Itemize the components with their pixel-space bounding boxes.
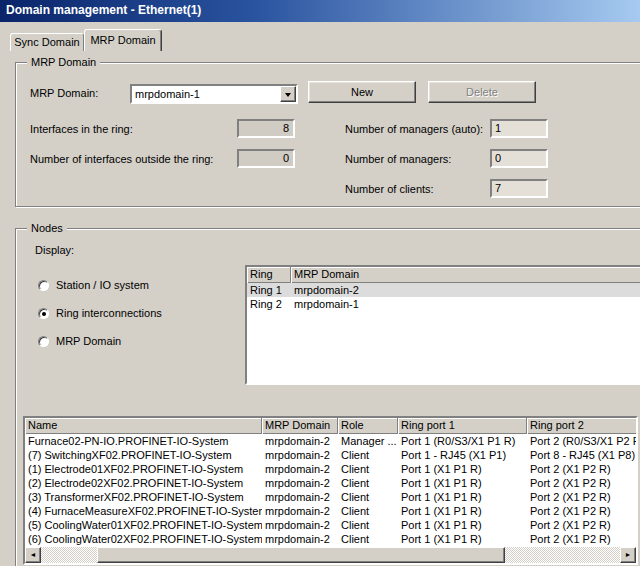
table-row[interactable]: (6) CoolingWater02XF02.PROFINET-IO-Syste… — [25, 532, 636, 546]
radio-label: Ring interconnections — [56, 307, 162, 320]
scroll-left-icon[interactable]: ◄ — [25, 547, 41, 563]
cell-name: (7) SwitchingXF02.PROFINET-IO-System — [25, 448, 262, 462]
cell-ring-port-1: Port 1 - RJ45 (X1 P1) — [398, 448, 527, 462]
interfaces-outside-ring-value: 0 — [283, 152, 289, 164]
ring-list[interactable]: RingMRP Domain Ring 1mrpdomain-2Ring 2mr… — [245, 265, 640, 385]
cell-role: Client — [338, 490, 398, 504]
table-row[interactable]: Ring 1mrpdomain-2 — [247, 283, 640, 297]
group-title: Nodes — [27, 222, 67, 235]
table-row[interactable]: (1) Electrode01XF02.PROFINET-IO-Systemmr… — [25, 462, 636, 476]
display-label: Display: — [35, 244, 74, 257]
cell-name: (1) Electrode01XF02.PROFINET-IO-System — [25, 462, 262, 476]
cell-ring: Ring 1 — [247, 283, 291, 297]
table-row[interactable]: (4) FurnaceMeasureXF02.PROFINET-IO-Syste… — [25, 504, 636, 518]
cell-role: Client — [338, 504, 398, 518]
clients-field: 7 — [490, 179, 548, 198]
scrollbar-thumb[interactable] — [97, 547, 505, 563]
domain-management-window: Domain management - Ethernet(1) Sync Dom… — [0, 0, 640, 566]
mrp-domain-selected-value: mrpdomain-1 — [135, 87, 200, 101]
titlebar[interactable]: Domain management - Ethernet(1) — [0, 0, 640, 22]
nodes-table[interactable]: NameMRP DomainRoleRing port 1Ring port 2… — [23, 416, 638, 565]
table-row[interactable]: (7) SwitchingXF02.PROFINET-IO-Systemmrpd… — [25, 448, 636, 462]
cell-mrp-domain: mrpdomain-2 — [291, 283, 640, 297]
cell-ring-port-2: Port 2 (R0/S3/X1 P2 R) — [527, 434, 636, 448]
cell-ring-port-2: Port 2 (X1 P2 R) — [527, 476, 636, 490]
managers-auto-field: 1 — [490, 119, 548, 138]
ring-list-header: RingMRP Domain — [247, 267, 640, 283]
column-header-name[interactable]: Name — [25, 418, 262, 434]
radio-ring-interconnections[interactable]: Ring interconnections — [38, 307, 162, 321]
ring-list-body: Ring 1mrpdomain-2Ring 2mrpdomain-1 — [247, 283, 640, 311]
column-header-ring-port-1[interactable]: Ring port 1 — [398, 418, 527, 434]
managers-label: Number of managers: — [345, 153, 451, 166]
column-header-ring-port-2[interactable]: Ring port 2 — [527, 418, 636, 434]
cell-name: (6) CoolingWater02XF02.PROFINET-IO-Syste… — [25, 532, 262, 546]
scroll-right-icon[interactable]: ► — [620, 547, 636, 563]
cell-mrp-domain: mrpdomain-2 — [262, 518, 338, 532]
radio-mrp-domain[interactable]: MRP Domain — [38, 335, 121, 349]
cell-mrp-domain: mrpdomain-2 — [262, 476, 338, 490]
table-row[interactable]: (5) CoolingWater01XF02.PROFINET-IO-Syste… — [25, 518, 636, 532]
new-button[interactable]: New — [308, 81, 416, 103]
cell-role: Client — [338, 462, 398, 476]
interfaces-in-ring-value: 8 — [283, 122, 289, 134]
cell-role: Client — [338, 448, 398, 462]
cell-mrp-domain: mrpdomain-2 — [262, 490, 338, 504]
column-header-mrp-domain[interactable]: MRP Domain — [291, 267, 640, 283]
table-row[interactable]: Ring 2mrpdomain-1 — [247, 297, 640, 311]
cell-ring-port-1: Port 1 (X1 P1 R) — [398, 490, 527, 504]
column-header-ring[interactable]: Ring — [247, 267, 291, 283]
cell-role: Client — [338, 532, 398, 546]
cell-mrp-domain: mrpdomain-2 — [262, 504, 338, 518]
nodes-table-body: Furnace02-PN-IO.PROFINET-IO-Systemmrpdom… — [25, 434, 636, 546]
radio-icon[interactable] — [38, 280, 49, 291]
interfaces-outside-ring-label: Number of interfaces outside the ring: — [30, 153, 213, 166]
cell-mrp-domain: mrpdomain-2 — [262, 462, 338, 476]
column-header-role[interactable]: Role — [338, 418, 398, 434]
mrp-domain-select[interactable]: mrpdomain-1 — [130, 84, 298, 104]
cell-ring-port-2: Port 2 (X1 P2 R) — [527, 504, 636, 518]
horizontal-scrollbar[interactable]: ◄ ► — [25, 547, 636, 563]
cell-role: Client — [338, 476, 398, 490]
cell-mrp-domain: mrpdomain-2 — [262, 448, 338, 462]
radio-station-io-system[interactable]: Station / IO system — [38, 279, 149, 293]
cell-ring-port-1: Port 1 (X1 P1 R) — [398, 518, 527, 532]
managers-field: 0 — [490, 149, 548, 168]
nodes-table-header: NameMRP DomainRoleRing port 1Ring port 2 — [25, 418, 636, 434]
window-title: Domain management - Ethernet(1) — [6, 3, 201, 17]
clients-value: 7 — [495, 182, 501, 194]
managers-auto-value: 1 — [495, 122, 501, 134]
table-row[interactable]: (2) Electrode02XF02.PROFINET-IO-Systemmr… — [25, 476, 636, 490]
chevron-down-icon[interactable] — [280, 86, 296, 102]
radio-icon[interactable] — [38, 336, 49, 347]
cell-name: (2) Electrode02XF02.PROFINET-IO-System — [25, 476, 262, 490]
cell-ring-port-2: Port 8 - RJ45 (X1 P8) — [527, 448, 636, 462]
interfaces-in-ring-field: 8 — [237, 119, 295, 138]
table-row[interactable]: Furnace02-PN-IO.PROFINET-IO-Systemmrpdom… — [25, 434, 636, 448]
cell-ring-port-2: Port 2 (X1 P2 R) — [527, 490, 636, 504]
cell-mrp-domain: mrpdomain-1 — [291, 297, 640, 311]
cell-ring-port-2: Port 2 (X1 P2 R) — [527, 518, 636, 532]
column-header-mrp-domain[interactable]: MRP Domain — [262, 418, 338, 434]
cell-ring-port-2: Port 2 (X1 P2 R) — [527, 532, 636, 546]
table-row[interactable]: (3) TransformerXF02.PROFINET-IO-Systemmr… — [25, 490, 636, 504]
tab-sync-domain[interactable]: Sync Domain — [10, 33, 84, 51]
cell-mrp-domain: mrpdomain-2 — [262, 434, 338, 448]
clients-label: Number of clients: — [345, 183, 434, 196]
cell-ring-port-2: Port 2 (X1 P2 R) — [527, 462, 636, 476]
managers-value: 0 — [495, 152, 501, 164]
tab-label: Sync Domain — [14, 36, 79, 48]
cell-ring-port-1: Port 1 (X1 P1 R) — [398, 476, 527, 490]
radio-selected-icon[interactable] — [38, 308, 49, 319]
cell-ring-port-1: Port 1 (X1 P1 R) — [398, 504, 527, 518]
tab-mrp-domain[interactable]: MRP Domain — [84, 29, 162, 51]
radio-dot — [42, 312, 46, 316]
cell-name: (5) CoolingWater01XF02.PROFINET-IO-Syste… — [25, 518, 262, 532]
cell-role: Client — [338, 518, 398, 532]
mrp-domain-label: MRP Domain: — [30, 87, 98, 100]
interfaces-in-ring-label: Interfaces in the ring: — [30, 123, 133, 136]
arrow-down-glyph — [285, 93, 291, 97]
cell-mrp-domain: mrpdomain-2 — [262, 532, 338, 546]
delete-button: Delete — [428, 81, 536, 103]
managers-auto-label: Number of managers (auto): — [345, 123, 483, 136]
